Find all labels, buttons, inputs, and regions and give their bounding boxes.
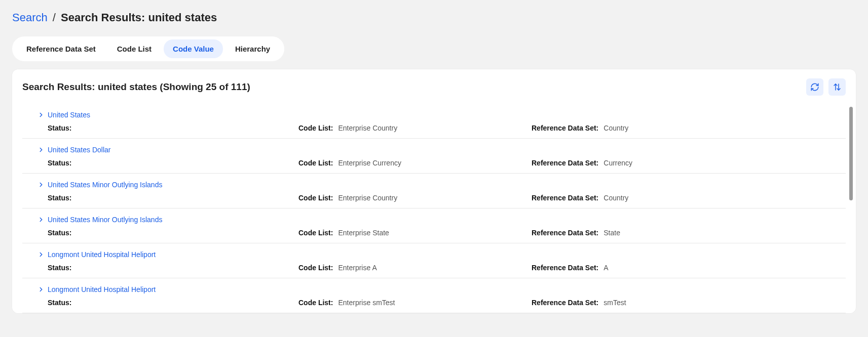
- status-label: Status:: [48, 299, 71, 307]
- meta-codelist: Code List:Enterprise Country: [298, 194, 532, 202]
- expand-chevron-icon[interactable]: [37, 146, 45, 153]
- refset-value: State: [603, 229, 620, 237]
- breadcrumb-current: Search Results: united states: [61, 11, 217, 24]
- refset-value: smTest: [603, 299, 626, 307]
- status-label: Status:: [48, 229, 71, 237]
- meta-refset: Reference Data Set:A: [532, 264, 846, 272]
- results-list: United StatesStatus:Code List:Enterprise…: [22, 104, 846, 313]
- meta-refset: Reference Data Set:smTest: [532, 299, 846, 307]
- codelist-value: Enterprise Currency: [338, 159, 401, 167]
- refresh-icon: [810, 82, 819, 92]
- refset-label: Reference Data Set:: [532, 264, 598, 272]
- tab-code-value[interactable]: Code Value: [164, 39, 223, 58]
- tab-code-list[interactable]: Code List: [108, 39, 161, 58]
- refset-label: Reference Data Set:: [532, 229, 598, 237]
- expand-chevron-icon[interactable]: [37, 286, 45, 293]
- refset-label: Reference Data Set:: [532, 124, 598, 132]
- codelist-label: Code List:: [298, 159, 333, 167]
- codelist-label: Code List:: [298, 124, 333, 132]
- meta-codelist: Code List:Enterprise Country: [298, 124, 532, 132]
- panel-title: Search Results: united states (Showing 2…: [22, 81, 250, 93]
- meta-codelist: Code List:Enterprise State: [298, 229, 532, 237]
- refset-label: Reference Data Set:: [532, 299, 598, 307]
- result-meta: Status:Code List:Enterprise AReference D…: [37, 264, 846, 272]
- result-meta: Status:Code List:Enterprise CurrencyRefe…: [37, 159, 846, 167]
- result-item: United StatesStatus:Code List:Enterprise…: [22, 104, 846, 139]
- result-item: United States DollarStatus:Code List:Ent…: [22, 139, 846, 174]
- tab-hierarchy[interactable]: Hierarchy: [226, 39, 279, 58]
- refset-value: A: [603, 264, 608, 272]
- result-title-link[interactable]: United States: [48, 111, 90, 119]
- status-label: Status:: [48, 264, 71, 272]
- refset-label: Reference Data Set:: [532, 194, 598, 202]
- result-title-link[interactable]: Longmont United Hospital Heliport: [48, 250, 156, 259]
- expand-chevron-icon[interactable]: [37, 216, 45, 223]
- meta-refset: Reference Data Set:Country: [532, 124, 846, 132]
- expand-chevron-icon[interactable]: [37, 251, 45, 258]
- result-title-row: United States Minor Outlying Islands: [37, 181, 846, 189]
- tabs-bar: Reference Data SetCode ListCode ValueHie…: [12, 36, 284, 61]
- result-meta: Status:Code List:Enterprise smTestRefere…: [37, 299, 846, 307]
- results-panel: Search Results: united states (Showing 2…: [12, 69, 856, 313]
- refset-label: Reference Data Set:: [532, 159, 598, 167]
- meta-status: Status:: [48, 264, 298, 272]
- sort-button[interactable]: [828, 78, 846, 96]
- meta-codelist: Code List:Enterprise Currency: [298, 159, 532, 167]
- codelist-value: Enterprise smTest: [338, 299, 395, 307]
- codelist-value: Enterprise State: [338, 229, 389, 237]
- result-item: United States Minor Outlying IslandsStat…: [22, 174, 846, 208]
- meta-status: Status:: [48, 299, 298, 307]
- result-meta: Status:Code List:Enterprise CountryRefer…: [37, 124, 846, 132]
- result-meta: Status:Code List:Enterprise StateReferen…: [37, 229, 846, 237]
- refset-value: Currency: [603, 159, 632, 167]
- meta-status: Status:: [48, 124, 298, 132]
- codelist-value: Enterprise Country: [338, 194, 397, 202]
- meta-status: Status:: [48, 159, 298, 167]
- result-title-link[interactable]: Longmont United Hospital Heliport: [48, 285, 156, 293]
- expand-chevron-icon[interactable]: [37, 181, 45, 188]
- refset-value: Country: [603, 194, 628, 202]
- meta-refset: Reference Data Set:State: [532, 229, 846, 237]
- result-title-row: United States: [37, 111, 846, 119]
- meta-status: Status:: [48, 229, 298, 237]
- result-item: Longmont United Hospital HeliportStatus:…: [22, 278, 846, 313]
- meta-codelist: Code List:Enterprise smTest: [298, 299, 532, 307]
- result-title-link[interactable]: United States Minor Outlying Islands: [48, 181, 162, 189]
- result-item: United States Minor Outlying IslandsStat…: [22, 208, 846, 243]
- result-meta: Status:Code List:Enterprise CountryRefer…: [37, 194, 846, 202]
- panel-header: Search Results: united states (Showing 2…: [22, 78, 846, 96]
- refset-value: Country: [603, 124, 628, 132]
- status-label: Status:: [48, 159, 71, 167]
- status-label: Status:: [48, 124, 71, 132]
- expand-chevron-icon[interactable]: [37, 111, 45, 118]
- result-title-row: United States Dollar: [37, 146, 846, 154]
- codelist-label: Code List:: [298, 194, 333, 202]
- result-title-row: Longmont United Hospital Heliport: [37, 250, 846, 259]
- meta-refset: Reference Data Set:Country: [532, 194, 846, 202]
- result-title-row: United States Minor Outlying Islands: [37, 216, 846, 224]
- codelist-label: Code List:: [298, 229, 333, 237]
- codelist-label: Code List:: [298, 299, 333, 307]
- breadcrumb-separator: /: [53, 11, 56, 24]
- status-label: Status:: [48, 194, 71, 202]
- meta-codelist: Code List:Enterprise A: [298, 264, 532, 272]
- codelist-label: Code List:: [298, 264, 333, 272]
- meta-status: Status:: [48, 194, 298, 202]
- refresh-button[interactable]: [806, 78, 823, 96]
- panel-actions: [806, 78, 846, 96]
- sort-icon: [833, 82, 842, 92]
- result-title-link[interactable]: United States Dollar: [48, 146, 111, 154]
- breadcrumb-root-link[interactable]: Search: [12, 11, 48, 24]
- codelist-value: Enterprise A: [338, 264, 376, 272]
- breadcrumb: Search / Search Results: united states: [12, 11, 856, 24]
- tab-reference-data-set[interactable]: Reference Data Set: [17, 39, 105, 58]
- scrollbar-thumb[interactable]: [849, 107, 853, 200]
- result-title-row: Longmont United Hospital Heliport: [37, 285, 846, 293]
- meta-refset: Reference Data Set:Currency: [532, 159, 846, 167]
- result-item: Longmont United Hospital HeliportStatus:…: [22, 243, 846, 278]
- codelist-value: Enterprise Country: [338, 124, 397, 132]
- result-title-link[interactable]: United States Minor Outlying Islands: [48, 216, 162, 224]
